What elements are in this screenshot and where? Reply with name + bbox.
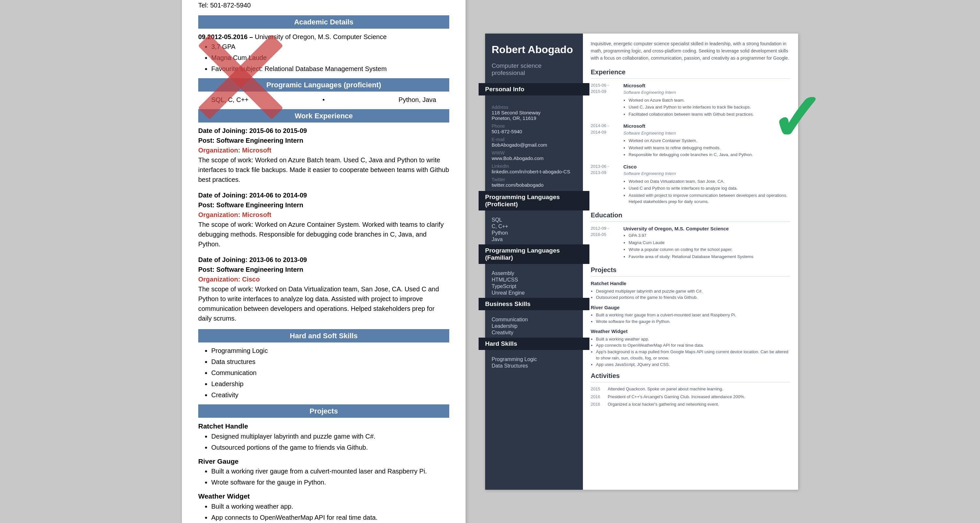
honor-item: Magna Cum Laude [211,53,449,62]
sidebar-linkedin: linkedin.com/in/robert-t-abogado-CS [492,169,576,174]
academic-dates: 09.2012-05.2016 – [198,33,253,40]
business-header: Business Skills [479,298,589,310]
right-proj-1: Ratchet Handle Designed multiplayer laby… [591,280,790,301]
sidebar-section-personal: Personal Info Address 118 Second Stonewa… [485,83,583,191]
skill-2: Data structures [211,357,449,367]
academic-header: Academic Details [198,15,449,29]
exp-3: 2013-06 - 2013-09 Cisco Software Enginee… [591,163,790,206]
exp-1: 2015-06 - 2015-09 Microsoft Software Eng… [591,82,790,118]
project-2-bullets: Built a working river gauge from a culve… [211,466,449,487]
prog-lang-left: SQL, C, C++ [211,95,249,105]
experience-section-title: Experience [591,67,790,79]
right-name: Robert Abogado [485,33,583,62]
skill-3: Communication [211,368,449,378]
business-content: Communication Leadership Creativity [485,313,583,338]
business-creat: Creativity [492,330,576,335]
skill-1: Programming Logic [211,346,449,356]
work1-scope: The scope of work: Worked on Azure Batch… [198,155,449,184]
personal-info-header: Personal Info [479,83,589,95]
exp-2-date: 2014-06 - 2014-09 [591,122,620,135]
work2-post: Post: Software Engineering Intern [198,201,303,208]
left-tel: Tel: 501-872-5940 [198,0,295,10]
project-1: Ratchet Handle Designed multiplayer laby… [198,421,449,452]
hard-prog-logic: Programming Logic [492,356,576,362]
activities-entries: 2015 Attended Quackcon. Spoke on panel a… [591,386,790,408]
right-sidebar: Robert Abogado Computer science professi… [485,33,583,490]
exp-3-bullets: Worked on Data Virtualization team, San … [623,178,790,205]
academic-details: 09.2012-05.2016 – University of Oregon, … [198,32,449,74]
edu-1: 2012-09 - 2016-05 University of Oregon, … [591,225,790,261]
project-3: Weather Widget Built a working weather a… [198,491,449,523]
work3-org: Organization: Cisco [198,276,260,283]
right-projects: Ratchet Handle Designed multiplayer laby… [591,280,790,367]
prog-fam-content: Assembly HTML/CSS TypeScript Unreal Engi… [485,267,583,298]
summary: Inquisitive, energetic computer science … [591,40,790,62]
prog-fam-html: HTML/CSS [492,277,576,283]
right-title: Computer science professional [485,62,583,83]
project-3-title: Weather Widget [198,491,449,501]
left-contact-left: E-Mail: BobAbogado@gmail.com Tel: 501-87… [198,0,295,10]
academic-school: University of Oregon, M.S. Computer Scie… [255,33,387,40]
sidebar-phone: 501-872-5940 [492,129,576,134]
skill-4: Leadership [211,379,449,389]
projects-list: Ratchet Handle Designed multiplayer laby… [198,421,449,523]
right-proj-2: River Gauge Built a working river gauge … [591,304,790,325]
hard-data-struct: Data Structures [492,363,576,369]
work-entries: Date of Joining: 2015-06 to 2015-09 Post… [198,126,449,323]
fav-item: Favourite subject: Relational Database M… [211,64,449,74]
academic-list: 3,7 GPA Magna Cum Laude Favourite subjec… [211,42,449,74]
skills-header: Hard and Soft Skills [198,329,449,342]
hard-skills-content: Programming Logic Data Structures [485,353,583,371]
edu-1-content: University of Oregon, M.S. Computer Scie… [623,225,790,260]
education-section-title: Education [591,210,790,222]
work-entry-2: Date of Joining: 2014-06 to 2014-09 Post… [198,190,449,249]
edu-1-bullets: GPA 3.97 Magna Cum Laude Wrote a popular… [623,232,790,260]
tel-label: Tel: [198,2,208,9]
work1-post: Post: Software Engineering Intern [198,137,303,144]
exp-2: 2014-06 - 2014-09 Microsoft Software Eng… [591,122,790,159]
projects-header: Projects [198,404,449,418]
left-address: Address: 118 Second Stoneway Poneton, OR… [295,0,449,10]
business-comm: Communication [492,317,576,323]
prog-prof-content: SQL C, C++ Python Java [485,213,583,245]
hard-skills-header: Hard Skills [479,338,589,350]
exp-2-bullets: Worked on Azure Container System. Worked… [623,138,790,158]
work-entry-1: Date of Joining: 2015-06 to 2015-09 Post… [198,126,449,184]
prog-fam-typescript: TypeScript [492,283,576,289]
sidebar-section-prog-fam: Programming Languages (Familiar) Assembl… [485,245,583,298]
skill-5: Creativity [211,390,449,400]
prog-prof-java: Java [492,237,576,242]
prog-fam-assembly: Assembly [492,270,576,276]
project-3-bullets: Built a working weather app. App connect… [211,501,449,523]
prog-prof-cpp: C, C++ [492,224,576,229]
work1-date: Date of Joining: 2015-06 to 2015-09 [198,127,307,134]
left-resume: Robert Abogado E-Mail: BobAbogado@gmail.… [182,0,466,523]
exp-1-date: 2015-06 - 2015-09 [591,82,620,95]
personal-info-content: Address 118 Second StonewayPoneton, OR, … [485,98,583,191]
work3-post: Post: Software Engineering Intern [198,266,303,273]
work-header: Work Experience [198,109,449,122]
left-contact: E-Mail: BobAbogado@gmail.com Tel: 501-87… [198,0,449,10]
prog-langs: SQL, C, C++ • Python, Java [198,95,449,105]
work3-scope: The scope of work: Worked on Data Virtua… [198,284,449,323]
project-2-title: River Gauge [198,456,449,467]
right-proj-2-bullets: Built a working river gauge from a culve… [591,312,790,324]
sidebar-section-business: Business Skills Communication Leadership… [485,298,583,338]
right-proj-1-bullets: Designed multiplayer labyrinth and puzzl… [591,288,790,301]
activity-1: 2015 Attended Quackcon. Spoke on panel a… [591,386,790,392]
activities-section-title: Activities [591,371,790,383]
gpa-item: 3,7 GPA [211,42,449,51]
right-proj-3-bullets: Built a working weather app. App connect… [591,336,790,368]
work2-scope: The scope of work: Worked on Azure Conta… [198,219,449,249]
work-entry-3: Date of Joining: 2013-06 to 2013-09 Post… [198,255,449,323]
prog-lang-right: Python, Java [398,95,436,105]
prog-prof-header: Programming Languages (Proficient) [479,191,589,210]
work1-org: Organization: Microsoft [198,147,271,154]
education-entries: 2012-09 - 2016-05 University of Oregon, … [591,225,790,261]
exp-1-bullets: Worked on Azure Batch team. Used C, Java… [623,97,790,118]
prog-fam-header: Programming Languages (Familiar) [479,245,589,264]
edu-1-date: 2012-09 - 2016-05 [591,225,620,238]
prog-fam-unreal: Unreal Engine [492,290,576,296]
right-resume: ✓ Robert Abogado Computer science profes… [485,33,798,490]
sidebar-twitter: twitter.com/bobabogado [492,182,576,188]
